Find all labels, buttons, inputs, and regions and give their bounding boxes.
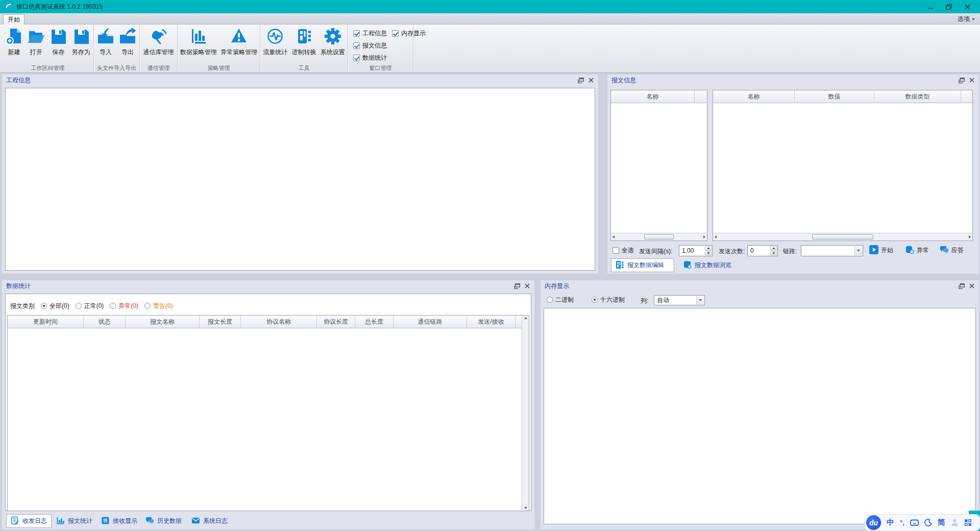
traffic-stats-button[interactable]: 流量统计 — [261, 27, 289, 57]
import-button[interactable]: 导入 — [95, 27, 116, 57]
scroll-down-icon[interactable] — [524, 507, 527, 509]
comm-library-button[interactable]: 通信库管理 — [142, 27, 176, 57]
column-header-name[interactable]: 名称 — [611, 90, 695, 103]
float-panel-icon[interactable] — [513, 283, 520, 289]
soft-keyboard-icon[interactable] — [910, 519, 919, 526]
checkbox-icon — [392, 30, 399, 37]
project-tree-area[interactable] — [5, 88, 595, 271]
column-header-value[interactable]: 数值 — [795, 90, 874, 103]
float-panel-icon[interactable] — [958, 283, 965, 289]
binary-radio[interactable]: 二进制 — [547, 294, 574, 306]
filter-normal-radio[interactable]: 正常(0) — [76, 300, 104, 312]
chevron-down-icon — [972, 18, 975, 20]
close-panel-icon[interactable] — [968, 77, 975, 83]
message-panel-header: 报文信息 — [607, 75, 979, 86]
toggle-memory-display[interactable]: 内存显示 — [392, 27, 426, 39]
answer-button[interactable]: 应答 — [940, 245, 964, 256]
scroll-up-icon[interactable] — [524, 317, 527, 319]
vertical-scrollbar[interactable] — [522, 316, 529, 511]
tab-system-log[interactable]: 系统日志 — [187, 514, 232, 528]
interval-input[interactable]: 1.00 — [679, 245, 713, 256]
night-mode-icon[interactable] — [924, 519, 932, 526]
filter-abnormal-radio[interactable]: 异常(0) — [110, 300, 138, 312]
column-header[interactable]: 发送/接收 — [467, 316, 516, 328]
scroll-left-icon[interactable] — [612, 235, 615, 238]
user-profile-icon[interactable] — [951, 519, 959, 526]
column-header[interactable]: 协议名称 — [241, 316, 317, 328]
maximize-button[interactable] — [945, 4, 952, 10]
select-all-checkbox[interactable]: 全选 — [612, 244, 634, 256]
open-button[interactable]: 打开 — [26, 27, 46, 57]
toggle-data-stats[interactable]: 数据统计 — [353, 52, 387, 64]
memory-content-area[interactable] — [544, 308, 976, 524]
ribbon: 新建 打开 保存 另存为 工作区间管理 — [0, 25, 980, 73]
spin-up-icon[interactable] — [770, 246, 777, 251]
tab-message-data-browse[interactable]: 报文数据浏览 — [679, 258, 736, 272]
float-panel-icon[interactable] — [958, 77, 965, 83]
ime-simplified-button[interactable]: 简 — [938, 518, 945, 527]
tab-history-data[interactable]: 历史数据 — [141, 514, 186, 528]
column-header-filler — [516, 316, 522, 328]
baidu-ime-logo[interactable]: du — [866, 515, 881, 530]
column-header[interactable]: 报文名称 — [126, 316, 200, 328]
options-button[interactable]: 选项 — [958, 15, 975, 23]
scrollbar-thumb[interactable] — [644, 234, 674, 239]
scroll-right-icon[interactable] — [969, 235, 971, 238]
radio-icon — [592, 297, 598, 303]
ime-language-mode-button[interactable]: 中 — [887, 518, 894, 527]
column-header[interactable]: 报文长度 — [200, 316, 241, 328]
filter-all-radio[interactable]: 全部(0) — [41, 300, 69, 312]
abnormal-strategy-button[interactable]: 异常策略管理 — [219, 27, 259, 57]
start-send-button[interactable]: 开始 — [869, 245, 893, 256]
scroll-left-icon[interactable] — [715, 235, 717, 238]
link-dropdown[interactable] — [801, 245, 863, 256]
mail-icon — [191, 516, 200, 526]
spin-up-icon[interactable] — [705, 246, 712, 251]
close-panel-icon[interactable] — [968, 283, 975, 289]
spin-down-icon[interactable] — [705, 251, 712, 256]
close-panel-icon[interactable] — [587, 77, 594, 83]
new-button[interactable]: 新建 — [4, 27, 24, 57]
column-header-type[interactable]: 数据类型 — [874, 90, 961, 103]
toggle-message-info[interactable]: 报文信息 — [353, 39, 387, 52]
save-button[interactable]: 保存 — [48, 27, 68, 57]
tab-message-stats[interactable]: 报文统计 — [52, 514, 96, 528]
float-panel-icon[interactable] — [577, 77, 584, 83]
minimize-button[interactable] — [927, 4, 934, 10]
toggle-project-info[interactable]: 工程信息 — [353, 27, 387, 39]
abnormal-send-button[interactable]: 异常 — [905, 245, 929, 256]
column-header[interactable]: 通信链路 — [394, 316, 467, 328]
tab-message-data-edit[interactable]: 报文数据编辑 — [611, 258, 674, 272]
radio-icon — [110, 303, 116, 309]
horizontal-scrollbar[interactable] — [611, 233, 707, 240]
send-count-input[interactable]: 0 — [747, 245, 778, 256]
column-header[interactable]: 状态 — [84, 316, 126, 328]
close-panel-icon[interactable] — [524, 283, 530, 289]
data-strategy-button[interactable]: 数据策略管理 — [179, 27, 218, 57]
bar-chart-icon — [190, 28, 207, 46]
save-as-button[interactable]: 另存为 — [70, 27, 92, 57]
tab-start[interactable]: 开始 — [3, 14, 24, 25]
column-mode-dropdown[interactable]: 自动 — [654, 295, 705, 305]
filter-warning-radio[interactable]: 警告(0) — [144, 300, 173, 312]
column-header[interactable]: 协议长度 — [317, 316, 355, 328]
hex-radio[interactable]: 十六进制 — [592, 294, 625, 306]
export-button[interactable]: 导出 — [117, 27, 138, 57]
radix-convert-button[interactable]: 进制转换 — [290, 27, 318, 57]
spin-down-icon[interactable] — [770, 251, 777, 256]
column-header-name[interactable]: 名称 — [713, 90, 795, 103]
column-mode-label: 列: — [641, 297, 648, 305]
ribbon-group-tools: 流量统计 进制转换 系统设置 工具 — [260, 25, 348, 73]
column-header[interactable]: 总长度 — [355, 316, 394, 328]
ime-punctuation-button[interactable]: °, — [900, 519, 904, 526]
close-button[interactable] — [964, 4, 971, 10]
project-info-panel: 工程信息 — [2, 75, 598, 274]
tab-send-receive-log[interactable]: 收发日志 — [6, 514, 52, 528]
ime-menu-grid-icon[interactable] — [964, 519, 972, 526]
horizontal-scrollbar[interactable] — [713, 233, 972, 240]
tab-receive-display[interactable]: 接收显示 — [97, 514, 141, 528]
system-settings-button[interactable]: 系统设置 — [319, 27, 347, 57]
scroll-right-icon[interactable] — [703, 235, 705, 238]
scrollbar-thumb[interactable] — [812, 234, 873, 239]
column-header[interactable]: 更新时间 — [8, 316, 84, 328]
